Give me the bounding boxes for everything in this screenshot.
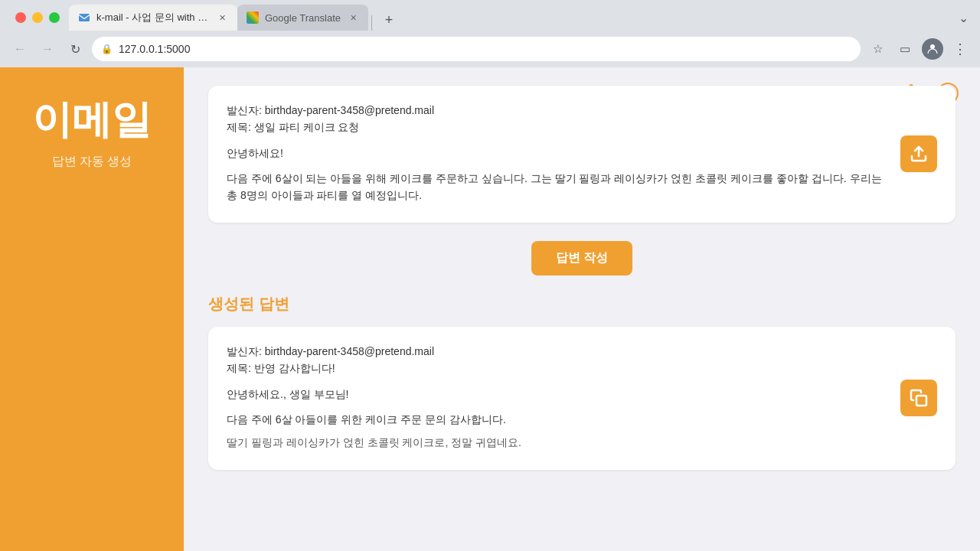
compose-btn-container: 답변 작성 [208,241,956,276]
bookmark-button[interactable]: ☆ [867,38,888,60]
email-subject: 제목: 생일 파티 케이크 요청 [227,121,888,135]
tab-mail-title: k-mail - 사업 문의 with Google... [96,11,210,24]
address-text: 127.0.0.1:5000 [119,43,851,55]
mail-tab-icon [78,11,90,24]
traffic-lights [6,12,69,23]
tab-mail[interactable]: k-mail - 사업 문의 with Google... ✕ [69,5,237,31]
extensions-button[interactable]: ▭ [894,38,916,60]
compose-reply-button[interactable]: 답변 작성 [531,241,632,276]
profile-button[interactable] [922,38,943,60]
back-button[interactable]: ← [9,38,31,60]
address-bar-row: ← → ↻ 🔒 127.0.0.1:5000 ☆ ▭ ⋮ [0,31,980,67]
generated-email-subject: 제목: 반영 감사합니다! [227,362,888,376]
tab-translate[interactable]: Google Translate ✕ [237,5,368,31]
generated-email-card: 발신자: birthday-parent-3458@pretend.mail 제… [208,327,956,470]
original-email-card: 발신자: birthday-parent-3458@pretend.mail 제… [208,86,956,223]
address-actions: ☆ ▭ ⋮ [867,38,971,60]
tab-translate-close-button[interactable]: ✕ [347,11,359,24]
secure-icon: 🔒 [101,44,113,54]
generated-email-greeting: 안녕하세요., 생일 부모님! [227,388,888,402]
translate-tab-icon [247,11,259,24]
svg-point-1 [930,44,935,49]
address-bar[interactable]: 🔒 127.0.0.1:5000 [92,37,861,61]
generated-section-title: 생성된 답변 [208,294,956,315]
tab-dropdown-button[interactable]: ⌄ [952,7,974,28]
tab-bar: k-mail - 사업 문의 with Google... ✕ Google T… [69,5,952,31]
email-body: 다음 주에 6살이 되는 아들을 위해 케이크를 주문하고 싶습니다. 그는 딸… [227,170,888,204]
sidebar: 이메일 답변 자동 생성 [0,67,184,551]
minimize-window-button[interactable] [32,12,43,23]
forward-button[interactable]: → [37,38,58,60]
generated-email-sender: 발신자: birthday-parent-3458@pretend.mail [227,345,888,359]
email-card-header: 발신자: birthday-parent-3458@pretend.mail 제… [227,104,937,204]
main-content: 발신자: birthday-parent-3458@pretend.mail 제… [184,67,980,551]
email-greeting: 안녕하세요! [227,147,888,161]
upload-button[interactable] [900,135,937,172]
app-title: 이메일 [32,98,152,142]
close-window-button[interactable] [15,12,26,23]
svg-rect-5 [916,396,926,406]
tab-mail-close-button[interactable]: ✕ [216,11,228,24]
copy-button[interactable] [900,380,937,416]
email-sender: 발신자: birthday-parent-3458@pretend.mail [227,104,888,118]
maximize-window-button[interactable] [49,12,60,23]
generated-email-card-body: 발신자: birthday-parent-3458@pretend.mail 제… [227,345,888,452]
profile-icon [926,43,939,55]
app-subtitle: 답변 자동 생성 [52,154,132,170]
tab-translate-title: Google Translate [265,12,341,24]
app-container: 이메일 답변 자동 생성 [0,67,980,551]
new-tab-button[interactable]: + [378,9,400,31]
svg-rect-0 [79,14,90,21]
generated-email-card-header: 발신자: birthday-parent-3458@pretend.mail 제… [227,345,937,452]
generated-email-body2: 딸기 필링과 레이싱카가 얹힌 초콜릿 케이크로, 정말 귀엽네요. [227,434,888,451]
tab-divider [371,15,372,31]
generated-email-body1: 다음 주에 6살 아들이를 위한 케이크 주문 문의 감사합니다. [227,411,888,428]
browser-menu-button[interactable]: ⋮ [949,38,971,60]
email-card-body: 발신자: birthday-parent-3458@pretend.mail 제… [227,104,888,204]
reload-button[interactable]: ↻ [64,38,86,60]
